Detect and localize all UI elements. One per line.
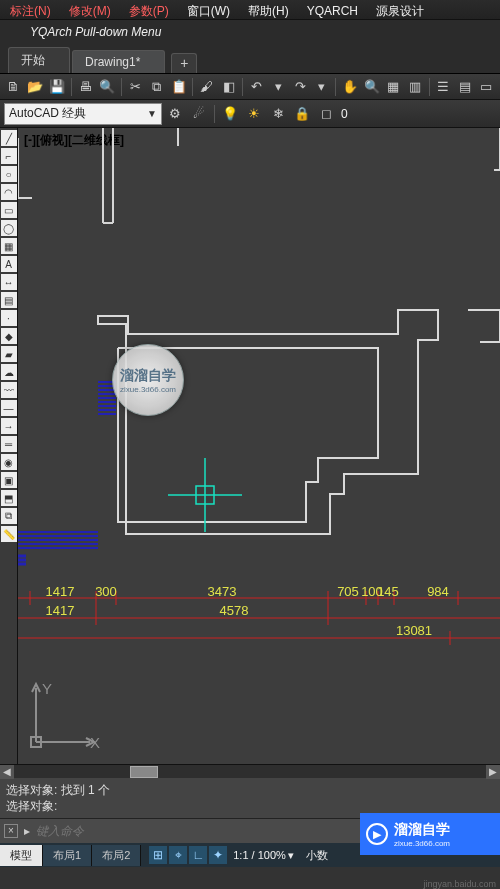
- group-icon[interactable]: ⧉: [1, 508, 17, 524]
- point-icon[interactable]: ·: [1, 310, 17, 326]
- props-icon[interactable]: ☰: [433, 76, 453, 98]
- copy-icon[interactable]: ⧉: [147, 76, 167, 98]
- measure-icon[interactable]: 📏: [1, 526, 17, 542]
- sheet-icon[interactable]: ▦: [383, 76, 403, 98]
- paste-icon[interactable]: 📋: [169, 76, 189, 98]
- svg-text:1417: 1417: [46, 603, 75, 618]
- polar-icon[interactable]: ✦: [209, 846, 227, 864]
- separator: [121, 78, 122, 96]
- undo-dd-icon[interactable]: ▾: [269, 76, 289, 98]
- rect-icon[interactable]: ▭: [1, 202, 17, 218]
- layout-tab-model[interactable]: 模型: [0, 845, 43, 866]
- matchprop-icon[interactable]: 🖌: [197, 76, 217, 98]
- block-icon[interactable]: ◧: [219, 76, 239, 98]
- snap-icon[interactable]: ⌖: [169, 846, 187, 864]
- horizontal-scrollbar[interactable]: ◀ ▶: [0, 764, 500, 778]
- lock-icon[interactable]: 🔒: [291, 103, 313, 125]
- menu-param[interactable]: 参数(P): [129, 3, 169, 20]
- drawing-svg: 1417 300 3473 705 100 145 984 1417 4578 …: [18, 128, 500, 764]
- calc-icon[interactable]: ▭: [477, 76, 497, 98]
- status-scale[interactable]: 1:1 / 100%▾: [233, 849, 294, 862]
- layer-manager-icon[interactable]: ☄: [188, 103, 210, 125]
- table-icon[interactable]: ▤: [1, 292, 17, 308]
- undo-icon[interactable]: ↶: [247, 76, 267, 98]
- scroll-right-icon[interactable]: ▶: [486, 765, 500, 779]
- insert-icon[interactable]: ⬒: [1, 490, 17, 506]
- menu-help[interactable]: 帮助(H): [248, 3, 289, 20]
- menu-window[interactable]: 窗口(W): [187, 3, 230, 20]
- status-decimal[interactable]: 小数: [306, 848, 328, 863]
- svg-text:X: X: [90, 734, 100, 751]
- svg-text:3473: 3473: [208, 584, 237, 599]
- print-icon[interactable]: 🖶: [76, 76, 96, 98]
- toolbar-workspace: AutoCAD 经典 ▼ ⚙ ☄ 💡 ☀ ❄ 🔒 ◻ 0: [0, 100, 500, 128]
- dc-icon[interactable]: ▤: [455, 76, 475, 98]
- menu-modify[interactable]: 修改(M): [69, 3, 111, 20]
- menu-annotate[interactable]: 标注(N): [10, 3, 51, 20]
- color-swatch-icon[interactable]: ◻: [315, 103, 337, 125]
- region-icon[interactable]: ◆: [1, 328, 17, 344]
- separator: [242, 78, 243, 96]
- wipeout-icon[interactable]: ▰: [1, 346, 17, 362]
- tab-new-button[interactable]: +: [171, 53, 197, 73]
- pan-icon[interactable]: ✋: [340, 76, 360, 98]
- play-icon: ▶: [366, 823, 388, 845]
- svg-text:984: 984: [427, 584, 449, 599]
- chevron-down-icon: ▼: [147, 108, 157, 119]
- viewport[interactable]: [-][俯视][二维线框]: [18, 128, 500, 764]
- close-cmd-icon[interactable]: ×: [4, 824, 18, 838]
- workspace-combo[interactable]: AutoCAD 经典 ▼: [4, 103, 162, 125]
- redo-dd-icon[interactable]: ▾: [312, 76, 332, 98]
- menu-yuanquan[interactable]: 源泉设计: [376, 3, 424, 20]
- gear-icon[interactable]: ⚙: [164, 103, 186, 125]
- svg-text:Y: Y: [42, 680, 52, 697]
- revision-icon[interactable]: ☁: [1, 364, 17, 380]
- hatch-icon[interactable]: ▦: [1, 238, 17, 254]
- polyline-icon[interactable]: ⌐: [1, 148, 17, 164]
- donut-icon[interactable]: ◉: [1, 454, 17, 470]
- ortho-icon[interactable]: ∟: [189, 846, 207, 864]
- new-icon[interactable]: 🗎: [4, 76, 24, 98]
- text-icon[interactable]: A: [1, 256, 17, 272]
- separator: [335, 78, 336, 96]
- grid-icon[interactable]: ⊞: [149, 846, 167, 864]
- arc-icon[interactable]: ◠: [1, 184, 17, 200]
- redo-icon[interactable]: ↷: [290, 76, 310, 98]
- sun-icon[interactable]: ☀: [243, 103, 265, 125]
- menu-yqarch[interactable]: YQARCH: [307, 4, 358, 18]
- scroll-thumb[interactable]: [130, 766, 158, 778]
- circle-icon[interactable]: ○: [1, 166, 17, 182]
- svg-text:300: 300: [95, 584, 117, 599]
- open-icon[interactable]: 📂: [26, 76, 46, 98]
- brand-url: zixue.3d66.com: [394, 839, 450, 848]
- credit-text: jingyan.baidu.com: [423, 879, 496, 889]
- snap-status-group: ⊞ ⌖ ∟ ✦: [149, 846, 227, 864]
- save-icon[interactable]: 💾: [47, 76, 67, 98]
- freeze-icon[interactable]: ❄: [267, 103, 289, 125]
- menu-bar: 标注(N) 修改(M) 参数(P) 窗口(W) 帮助(H) YQARCH 源泉设…: [0, 0, 500, 20]
- tab-start[interactable]: 开始: [8, 47, 70, 73]
- line-icon[interactable]: ╱: [1, 130, 17, 146]
- zoom-icon[interactable]: 🔍: [362, 76, 382, 98]
- scroll-left-icon[interactable]: ◀: [0, 765, 14, 779]
- spline-icon[interactable]: 〰: [1, 382, 17, 398]
- dim-icon[interactable]: ↔: [1, 274, 17, 290]
- history-line: 选择对象:: [6, 798, 494, 814]
- light-icon[interactable]: 💡: [219, 103, 241, 125]
- tab-drawing1[interactable]: Drawing1*: [72, 50, 165, 73]
- drawing-area: ╱ ⌐ ○ ◠ ▭ ◯ ▦ A ↔ ▤ · ◆ ▰ ☁ 〰 — → ═ ◉ ▣ …: [0, 128, 500, 764]
- cut-icon[interactable]: ✂: [126, 76, 146, 98]
- ray-icon[interactable]: →: [1, 418, 17, 434]
- separator: [192, 78, 193, 96]
- xline-icon[interactable]: —: [1, 400, 17, 416]
- history-line: 选择对象: 找到 1 个: [6, 782, 494, 798]
- ellipse-icon[interactable]: ◯: [1, 220, 17, 236]
- mline-icon[interactable]: ═: [1, 436, 17, 452]
- toolpal-icon[interactable]: ▥: [405, 76, 425, 98]
- layout-tab-layout1[interactable]: 布局1: [43, 845, 92, 866]
- layout-tab-layout2[interactable]: 布局2: [92, 845, 141, 866]
- brand-badge: ▶ 溜溜自学 zixue.3d66.com: [360, 813, 500, 855]
- block-tool-icon[interactable]: ▣: [1, 472, 17, 488]
- plot-preview-icon[interactable]: 🔍: [97, 76, 117, 98]
- svg-text:705: 705: [337, 584, 359, 599]
